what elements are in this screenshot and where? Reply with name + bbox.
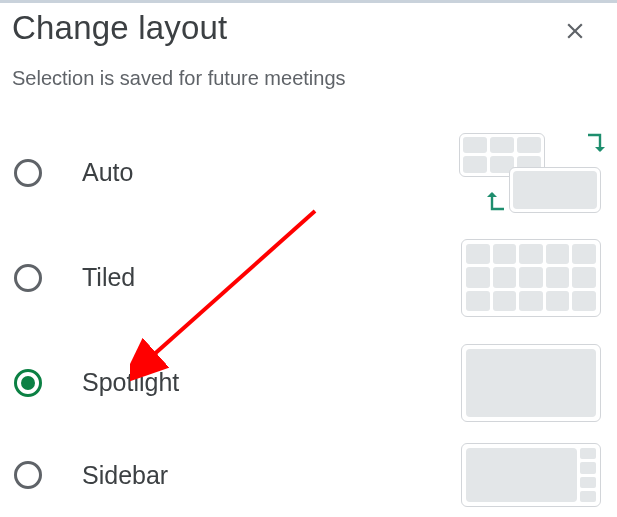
radio-sidebar[interactable]: [14, 461, 42, 489]
option-label: Spotlight: [82, 368, 461, 397]
preview-auto-icon: [459, 133, 601, 213]
close-icon: [562, 18, 588, 44]
preview-tiled-icon: [461, 239, 601, 317]
dialog-subtitle: Selection is saved for future meetings: [12, 67, 607, 90]
layout-option-tiled[interactable]: Tiled: [12, 225, 607, 330]
preview-spotlight-icon: [461, 344, 601, 422]
radio-auto[interactable]: [14, 159, 42, 187]
option-label: Auto: [82, 158, 459, 187]
layout-option-spotlight[interactable]: Spotlight: [12, 330, 607, 435]
layout-option-sidebar[interactable]: Sidebar: [12, 435, 607, 515]
option-label: Sidebar: [82, 461, 461, 490]
layout-option-auto[interactable]: Auto: [12, 120, 607, 225]
radio-spotlight[interactable]: [14, 369, 42, 397]
dialog-title: Change layout: [12, 9, 227, 47]
preview-sidebar-icon: [461, 443, 601, 507]
change-layout-dialog: Change layout Selection is saved for fut…: [0, 0, 617, 517]
option-label: Tiled: [82, 263, 461, 292]
layout-options-list: Auto Tiled: [12, 120, 607, 515]
radio-tiled[interactable]: [14, 264, 42, 292]
dialog-header: Change layout: [12, 9, 607, 51]
close-button[interactable]: [555, 11, 595, 51]
